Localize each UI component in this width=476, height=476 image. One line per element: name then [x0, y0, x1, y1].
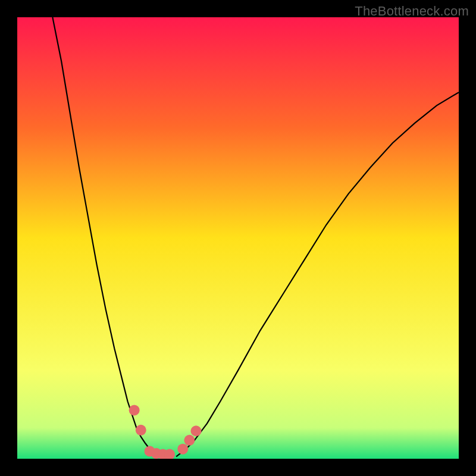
- watermark-text: TheBottleneck.com: [355, 4, 469, 19]
- marker-point: [177, 444, 188, 455]
- marker-point: [191, 425, 202, 436]
- chart-frame: TheBottleneck.com: [0, 0, 476, 476]
- plot-svg: [17, 17, 459, 459]
- marker-point: [184, 435, 195, 446]
- marker-point: [136, 425, 146, 436]
- plot-area: [17, 17, 459, 459]
- marker-point: [129, 405, 140, 415]
- plot-background: [17, 17, 459, 459]
